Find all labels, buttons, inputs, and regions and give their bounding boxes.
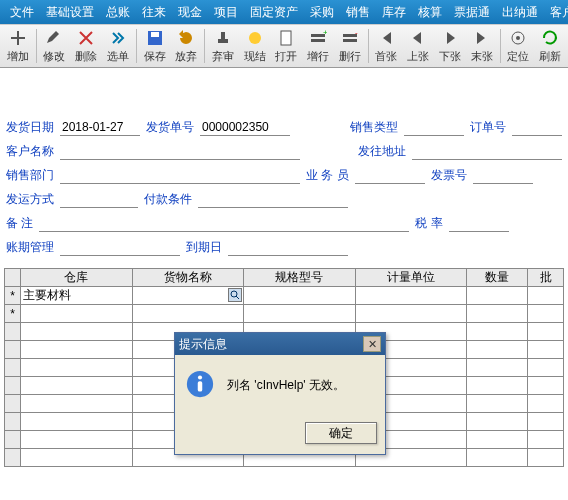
svg-rect-9 — [311, 39, 325, 42]
toolbar-label: 下张 — [439, 49, 461, 64]
abandon-button[interactable]: 放弃 — [170, 26, 202, 66]
column-header[interactable]: 规格型号 — [244, 269, 356, 287]
shenpi-button[interactable]: 弃审 — [207, 26, 239, 66]
toolbar-label: 刷新 — [539, 49, 561, 64]
label-period-mgr: 账期管理 — [6, 239, 54, 256]
first-icon — [377, 29, 395, 49]
label-due-date: 到期日 — [186, 239, 222, 256]
toolbar-label: 末张 — [471, 49, 493, 64]
menu-item[interactable]: 核算 — [412, 4, 448, 21]
delrow-button[interactable]: -删行 — [334, 26, 366, 66]
label-ship-no: 发货单号 — [146, 119, 194, 136]
svg-rect-12 — [343, 39, 357, 42]
menu-item[interactable]: 票据通 — [448, 4, 496, 21]
input-ship-method[interactable] — [60, 190, 138, 208]
label-pay-terms: 付款条件 — [144, 191, 192, 208]
menu-bar: 文件基础设置总账往来现金项目固定资产采购销售库存核算票据通出纳通客户通 — [0, 0, 568, 24]
svg-rect-5 — [221, 32, 225, 40]
column-header[interactable]: 货物名称 — [132, 269, 244, 287]
svg-point-15 — [516, 36, 520, 40]
ok-button[interactable]: 确定 — [305, 422, 377, 444]
delete-button[interactable]: 删除 — [70, 26, 102, 66]
print-button[interactable]: 打开 — [271, 26, 303, 66]
input-tax-rate[interactable] — [449, 214, 509, 232]
input-salesman[interactable] — [355, 166, 425, 184]
input-ship-date[interactable] — [60, 118, 140, 136]
toolbar-label: 增加 — [7, 49, 29, 64]
addrow-button[interactable]: +增行 — [302, 26, 334, 66]
table-row[interactable]: * — [5, 305, 564, 323]
toolbar-label: 上张 — [407, 49, 429, 64]
input-cust-name[interactable] — [60, 142, 300, 160]
rowplus-icon: + — [309, 29, 327, 49]
input-sale-dept[interactable] — [60, 166, 300, 184]
edit-button[interactable]: 修改 — [39, 26, 71, 66]
info-icon — [185, 369, 215, 402]
menu-item[interactable]: 库存 — [376, 4, 412, 21]
column-header[interactable]: 数量 — [467, 269, 528, 287]
label-sale-type: 销售类型 — [350, 119, 398, 136]
lookup-icon[interactable] — [228, 288, 242, 302]
toolbar-label: 选单 — [107, 49, 129, 64]
menu-item[interactable]: 总账 — [100, 4, 136, 21]
menu-item[interactable]: 文件 — [4, 4, 40, 21]
menu-item[interactable]: 固定资产 — [244, 4, 304, 21]
input-ship-no[interactable] — [200, 118, 290, 136]
column-header[interactable]: 计量单位 — [355, 269, 467, 287]
input-period-mgr[interactable] — [60, 238, 180, 256]
label-ship-addr: 发往地址 — [358, 143, 406, 160]
toolbar-label: 弃审 — [212, 49, 234, 64]
table-row[interactable]: *主要材料 — [5, 287, 564, 305]
xianjie-button[interactable]: 现结 — [239, 26, 271, 66]
svg-text:+: + — [323, 29, 327, 37]
menu-item[interactable]: 项目 — [208, 4, 244, 21]
menu-item[interactable]: 出纳通 — [496, 4, 544, 21]
toolbar-label: 打开 — [275, 49, 297, 64]
form-area: 发货日期 发货单号 销售类型 订单号 客户名称 发往地址 销售部门 业 务 员 … — [0, 68, 568, 268]
toolbar-label: 现结 — [244, 49, 266, 64]
input-pay-terms[interactable] — [198, 190, 348, 208]
locate-button[interactable]: 定位 — [502, 26, 534, 66]
save-button[interactable]: 保存 — [139, 26, 171, 66]
svg-line-17 — [236, 296, 239, 299]
first-button[interactable]: 首张 — [371, 26, 403, 66]
menu-item[interactable]: 现金 — [172, 4, 208, 21]
input-ship-addr[interactable] — [412, 142, 562, 160]
svg-text:-: - — [355, 29, 358, 37]
stamp-icon — [214, 29, 232, 49]
label-invoice-no: 发票号 — [431, 167, 467, 184]
menu-item[interactable]: 销售 — [340, 4, 376, 21]
dialog-title-text: 提示信息 — [179, 336, 227, 353]
menu-item[interactable]: 采购 — [304, 4, 340, 21]
target-icon — [509, 29, 527, 49]
toolbar: 增加修改删除选单保存放弃弃审现结打开+增行-删行首张上张下张末张定位刷新 — [0, 24, 568, 68]
svg-point-6 — [249, 32, 261, 44]
menu-item[interactable]: 客户通 — [544, 4, 568, 21]
svg-rect-3 — [151, 32, 159, 37]
input-order-no[interactable] — [512, 118, 562, 136]
add-button[interactable]: 增加 — [2, 26, 34, 66]
input-invoice-no[interactable] — [473, 166, 533, 184]
menu-item[interactable]: 往来 — [136, 4, 172, 21]
column-header[interactable]: 仓库 — [21, 269, 133, 287]
last-button[interactable]: 末张 — [466, 26, 498, 66]
column-header[interactable]: 批 — [528, 269, 564, 287]
svg-point-19 — [198, 375, 202, 379]
prev-button[interactable]: 上张 — [402, 26, 434, 66]
close-icon[interactable]: ✕ — [363, 336, 381, 352]
refresh-icon — [541, 29, 559, 49]
input-remark[interactable] — [39, 214, 409, 232]
dialog-titlebar[interactable]: 提示信息 ✕ — [175, 333, 385, 355]
toolbar-label: 放弃 — [175, 49, 197, 64]
svg-rect-1 — [11, 37, 25, 39]
input-due-date[interactable] — [228, 238, 348, 256]
refresh-button[interactable]: 刷新 — [534, 26, 566, 66]
plus-icon — [9, 29, 27, 49]
next-button[interactable]: 下张 — [434, 26, 466, 66]
select-button[interactable]: 选单 — [102, 26, 134, 66]
input-sale-type[interactable] — [404, 118, 464, 136]
dialog-message: 列名 'cInvHelp' 无效。 — [227, 377, 345, 394]
toolbar-label: 首张 — [375, 49, 397, 64]
label-remark: 备 注 — [6, 215, 33, 232]
menu-item[interactable]: 基础设置 — [40, 4, 100, 21]
